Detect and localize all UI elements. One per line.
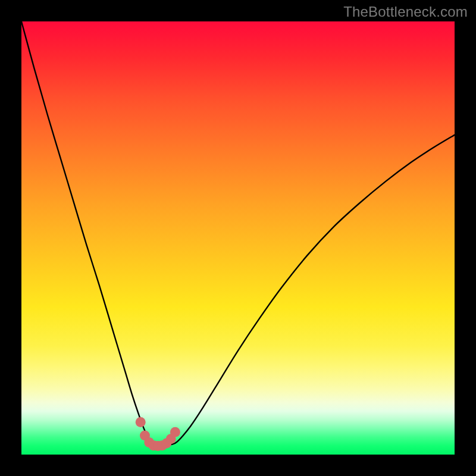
watermark-text: TheBottleneck.com	[343, 4, 468, 20]
highlight-marker	[170, 427, 180, 437]
chart-plot-area	[21, 21, 455, 455]
highlight-markers	[136, 417, 180, 451]
chart-svg	[21, 21, 455, 455]
highlight-marker	[136, 417, 146, 427]
bottleneck-curve	[21, 21, 455, 446]
